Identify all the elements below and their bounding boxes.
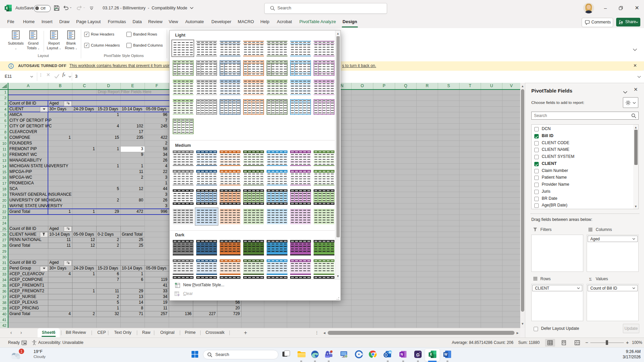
cell-F35[interactable]: 41 xyxy=(145,283,167,288)
cell-D37[interactable]: 2 xyxy=(96,294,119,300)
cell-E32[interactable]: 10-14 Days xyxy=(122,265,142,271)
taskbar-app-outlook[interactable] xyxy=(383,350,392,359)
pane-collapse-icon[interactable] xyxy=(623,89,628,95)
cell-E26[interactable]: Grand Total xyxy=(122,232,143,237)
row-header-11[interactable]: 11 xyxy=(0,146,8,152)
cell-D32[interactable]: 15-23 Days xyxy=(98,265,118,271)
cell-D20[interactable]: 2 xyxy=(96,197,119,203)
row-header-25[interactable]: 25 xyxy=(0,226,8,232)
pivot-style-medium-6[interactable] xyxy=(290,150,311,166)
minimize-button[interactable]: – xyxy=(600,3,610,13)
tab-formulas[interactable]: Formulas xyxy=(107,16,126,28)
pivot-style-light-21[interactable] xyxy=(314,80,334,95)
cell-A5[interactable]: AMICA xyxy=(9,112,22,118)
pivot-style-medium-19[interactable] xyxy=(267,189,287,205)
cell-A13[interactable]: MANAGEABILITY xyxy=(9,158,42,163)
cell-B3[interactable]: Aged xyxy=(49,101,59,106)
row-header-27[interactable]: 27 xyxy=(0,237,8,243)
cell-D14[interactable]: 1 xyxy=(96,163,119,169)
row-header-13[interactable]: 13 xyxy=(0,158,8,163)
cell-F7[interactable]: 245 xyxy=(145,123,167,129)
tab-macro[interactable]: MACRO xyxy=(237,16,254,28)
taskbar-app-citrix[interactable] xyxy=(355,350,363,359)
cell-F4[interactable]: 05-09 Days xyxy=(146,106,166,112)
pivot-style-dark-12[interactable] xyxy=(267,259,287,275)
taskbar-app-edge[interactable] xyxy=(311,350,319,359)
status-accessibility[interactable]: Accessibility: Unavailable xyxy=(38,338,84,347)
cell-C26[interactable]: 05-09 Days xyxy=(73,232,94,237)
field-checkbox-client-system[interactable] xyxy=(534,155,539,159)
pivot-style-medium-27[interactable] xyxy=(290,209,311,224)
tab-page-layout[interactable]: Page Layout xyxy=(76,16,101,28)
comments-button[interactable]: Comments xyxy=(582,18,613,27)
cell-E37[interactable]: 13 xyxy=(120,294,143,300)
pivot-style-light-1[interactable] xyxy=(171,40,194,57)
field-item-dcn[interactable]: DCN xyxy=(542,126,551,131)
pivot-style-medium-12[interactable] xyxy=(267,170,287,185)
taskbar-app-word[interactable]: W xyxy=(443,350,452,359)
field-scroll-down-icon[interactable]: ▼ xyxy=(633,204,638,208)
cell-I40[interactable]: 729 xyxy=(217,311,240,317)
taskbar-clock[interactable]: 9:26 AM3/17/2026 xyxy=(604,349,641,361)
pivot-style-medium-23[interactable] xyxy=(195,207,218,226)
expand-formula-bar-icon[interactable] xyxy=(637,76,641,78)
cell-F11[interactable]: 58 xyxy=(145,146,167,152)
view-normal-button[interactable] xyxy=(545,339,555,347)
cell-A7[interactable]: CITY OF DETROIT WC xyxy=(9,123,52,129)
tab-scroll-left-icon[interactable]: ‹ xyxy=(8,328,14,338)
select-all-corner[interactable] xyxy=(0,83,8,89)
taskbar-app-excel[interactable]: X xyxy=(428,350,437,359)
row-header-30[interactable]: 30 xyxy=(0,254,8,260)
cell-A3[interactable]: Count of Bill ID xyxy=(9,101,36,106)
collapse-ribbon-icon[interactable] xyxy=(633,48,637,51)
pivot-style-light-6[interactable] xyxy=(290,41,311,56)
cell-E39[interactable]: 8 xyxy=(120,305,143,311)
column-headers-checkbox[interactable]: ✓ xyxy=(84,43,89,48)
cell-C32[interactable]: 24-29 Days xyxy=(73,265,94,271)
field-item-client-system[interactable]: CLIENT SYSTEM xyxy=(542,154,575,159)
taskbar-app-remote-desktop[interactable] xyxy=(340,350,348,359)
pivot-style-light-25[interactable] xyxy=(243,99,264,115)
pivot-style-medium-13[interactable] xyxy=(290,170,311,185)
message-bar-link[interactable]: This workbook contains features that pre… xyxy=(69,63,176,68)
taskbar-app-onenote[interactable]: N xyxy=(399,350,408,359)
cell-A35[interactable]: #CEP_FREMONT1 xyxy=(9,283,44,288)
column-header-P[interactable]: P xyxy=(373,83,395,89)
field-checkbox-client-name[interactable] xyxy=(534,148,539,152)
cell-F38[interactable]: 19 xyxy=(145,300,167,305)
cell-A15[interactable]: MPCGA-PIP xyxy=(9,169,32,175)
cell-A36[interactable]: #CEP_FREMONT2 xyxy=(9,288,44,294)
row-header-40[interactable]: 40 xyxy=(0,311,8,317)
autosave-toggle[interactable]: Off xyxy=(34,5,51,12)
cell-E12[interactable]: 9 xyxy=(120,152,143,158)
undo-dropdown-icon[interactable]: ⌄ xyxy=(69,5,72,9)
pivot-style-light-13[interactable] xyxy=(290,60,311,76)
cell-E7[interactable]: 102 xyxy=(120,123,143,129)
filter-button-r26[interactable] xyxy=(40,232,48,237)
pivot-style-dark-6[interactable] xyxy=(290,240,311,255)
cell-F9[interactable]: 422 xyxy=(145,135,167,140)
row-header-8[interactable]: 8 xyxy=(0,129,8,135)
pivot-style-medium-4[interactable] xyxy=(243,150,264,166)
row-header-12[interactable]: 12 xyxy=(0,152,8,158)
pivot-style-medium-24[interactable] xyxy=(220,209,240,224)
row-headers-checkbox[interactable]: ✓ xyxy=(84,32,89,37)
pane-search-box[interactable]: Search xyxy=(531,112,639,120)
row-header-9[interactable]: 9 xyxy=(0,135,8,140)
cell-E11[interactable]: 3 xyxy=(120,146,143,152)
cell-E34[interactable]: 6 xyxy=(120,277,143,283)
column-header-T[interactable]: T xyxy=(459,83,481,89)
column-header-V[interactable]: V xyxy=(502,83,520,89)
cell-F36[interactable]: 33 xyxy=(145,288,167,294)
cell-A33[interactable]: #CEP_CLEARCOV xyxy=(9,271,44,277)
cell-E36[interactable]: 29 xyxy=(120,288,143,294)
pivot-style-light-2[interactable] xyxy=(196,41,217,56)
row-header-18[interactable]: 18 xyxy=(0,186,8,192)
pivot-style-medium-8[interactable] xyxy=(173,170,194,185)
cell-D26[interactable]: 0-2 Days xyxy=(98,232,114,237)
column-header-B[interactable]: B xyxy=(48,83,72,89)
row-header-31[interactable]: 31 xyxy=(0,260,8,265)
pivot-style-medium-28[interactable] xyxy=(314,209,334,224)
cell-E22[interactable]: 472 xyxy=(120,209,143,215)
save-icon[interactable] xyxy=(54,5,60,11)
